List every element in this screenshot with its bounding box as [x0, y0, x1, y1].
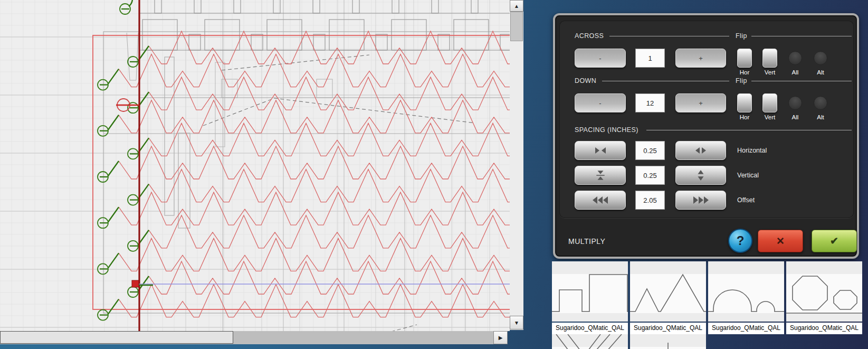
across-flip-all-label: All: [784, 69, 807, 76]
across-plus-button[interactable]: +: [675, 49, 726, 68]
pattern-thumbnail-triangles: [630, 261, 706, 322]
down-flip-label: Flip: [736, 77, 747, 84]
spacing-label: SPACING (INCHES): [575, 126, 638, 134]
down-flip-hor-label: Hor: [733, 114, 756, 120]
vertical-scrollbar[interactable]: ▲ ▼: [510, 0, 523, 330]
spacing-divider: [646, 130, 852, 130]
offset-left-icon: [592, 196, 609, 204]
offset-increase-button[interactable]: [675, 191, 726, 210]
offset-spacing-input[interactable]: [635, 191, 665, 210]
cancel-button[interactable]: ✕: [758, 230, 803, 252]
design-canvas[interactable]: [0, 0, 510, 331]
scroll-down-icon: ▼: [514, 320, 519, 326]
across-value-input[interactable]: [635, 49, 665, 68]
vertical-spacing-increase-button[interactable]: [675, 166, 726, 185]
down-plus-button[interactable]: +: [675, 93, 726, 112]
scroll-up-button[interactable]: ▲: [510, 0, 523, 12]
across-flip-vert-button[interactable]: [762, 49, 777, 68]
across-label: ACROSS: [575, 32, 604, 40]
down-value-input[interactable]: [635, 93, 665, 112]
horizontal-spacing-increase-button[interactable]: [675, 141, 726, 160]
across-flip-hor-button[interactable]: [737, 49, 752, 68]
scroll-right-button[interactable]: ▶: [493, 331, 508, 344]
collapse-vertical-icon: [596, 169, 605, 181]
across-flip-divider: [751, 36, 852, 36]
down-flip-all-radio[interactable]: [788, 96, 802, 110]
down-flip-divider: [751, 81, 852, 81]
down-flip-all-label: All: [784, 114, 807, 120]
offset-spacing-label: Offset: [737, 196, 755, 204]
expand-horizontal-icon: [694, 146, 708, 155]
pattern-tile[interactable]: Sugaridoo_QMatic_QAL: [630, 261, 706, 334]
pattern-tile-label: Sugaridoo_QMatic_QAL: [708, 323, 784, 334]
vertical-spacing-decrease-button[interactable]: [575, 166, 626, 185]
expand-vertical-icon: [696, 169, 705, 181]
horizontal-spacing-decrease-button[interactable]: [575, 141, 626, 160]
app-root: { "panel": { "title": "MULTIPLY", "acros…: [0, 0, 868, 349]
pattern-tile[interactable]: Sugaridoo_QMatic_QAL: [708, 261, 784, 334]
horizontal-scrollbar[interactable]: ▶: [0, 331, 508, 344]
down-minus-button[interactable]: -: [575, 93, 626, 112]
help-button[interactable]: ?: [728, 229, 752, 253]
pattern-tile-label: Sugaridoo_QMatic_QAL: [552, 323, 628, 334]
help-icon: ?: [737, 233, 745, 248]
horizontal-scroll-thumb[interactable]: [0, 331, 233, 344]
across-minus-button[interactable]: -: [575, 49, 626, 68]
down-flip-vert-button[interactable]: [762, 93, 777, 112]
multiply-settings: ACROSS Flip - + Hor Vert All Alt DOWN Fl…: [559, 21, 854, 218]
check-icon: ✔: [830, 235, 838, 247]
across-flip-label: Flip: [736, 32, 747, 40]
across-flip-alt-radio[interactable]: [814, 51, 827, 65]
horizontal-spacing-input[interactable]: [635, 141, 665, 160]
across-flip-all-radio[interactable]: [788, 51, 802, 65]
pattern-thumbnail-arches: [708, 261, 784, 322]
down-divider: [602, 81, 729, 81]
down-label: DOWN: [575, 77, 596, 84]
across-flip-vert-label: Vert: [758, 69, 781, 76]
offset-decrease-button[interactable]: [575, 191, 626, 210]
close-icon: ✕: [776, 235, 785, 247]
pattern-tile[interactable]: Sugaridoo_QMatic_QAL: [786, 261, 862, 334]
pattern-thumbnail-steps: [552, 261, 628, 322]
across-divider: [609, 36, 729, 36]
confirm-button[interactable]: ✔: [812, 230, 857, 252]
down-flip-alt-label: Alt: [809, 114, 832, 120]
scroll-right-icon: ▶: [499, 335, 503, 341]
pattern-tile-label: Sugaridoo_QMatic_QAL: [786, 323, 862, 334]
pattern-tile[interactable]: [552, 334, 628, 349]
vertical-spacing-label: Vertical: [737, 172, 759, 179]
pattern-thumbnail-octagons: [786, 261, 862, 322]
across-flip-alt-label: Alt: [809, 69, 832, 76]
down-flip-vert-label: Vert: [758, 114, 781, 120]
scroll-up-icon: ▲: [514, 3, 519, 9]
canvas-svg: [0, 0, 510, 331]
scroll-down-button[interactable]: ▼: [510, 316, 523, 329]
panel-title: MULTIPLY: [568, 230, 605, 253]
down-flip-alt-radio[interactable]: [814, 96, 827, 110]
down-flip-hor-button[interactable]: [737, 93, 752, 112]
collapse-horizontal-icon: [594, 146, 607, 155]
across-flip-hor-label: Hor: [733, 69, 756, 76]
pattern-tile[interactable]: Sugaridoo_QMatic_QAL: [552, 261, 628, 334]
horizontal-spacing-label: Horizontal: [737, 147, 767, 154]
vertical-spacing-input[interactable]: [635, 166, 665, 185]
multiply-panel: ACROSS Flip - + Hor Vert All Alt DOWN Fl…: [553, 13, 859, 259]
pattern-tile-label: Sugaridoo_QMatic_QAL: [630, 323, 706, 334]
pattern-tile[interactable]: [630, 334, 706, 349]
offset-right-icon: [692, 196, 710, 204]
vertical-scroll-thumb[interactable]: [510, 12, 523, 41]
